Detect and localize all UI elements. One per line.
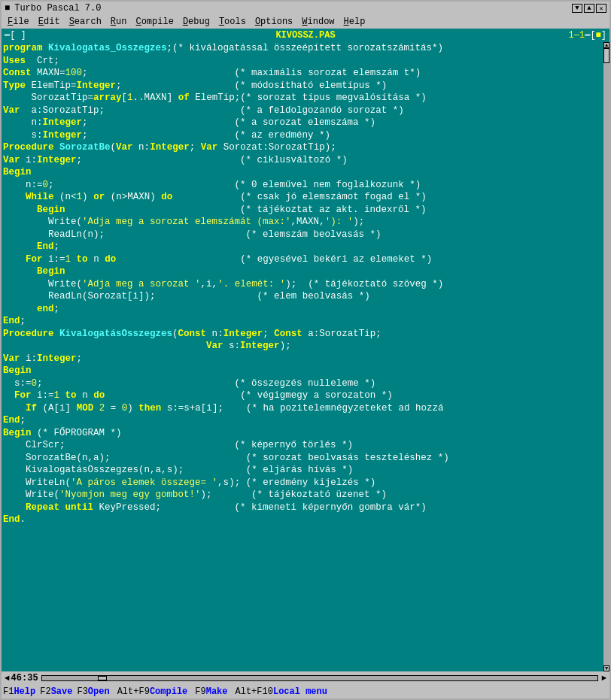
scroll-down-arrow[interactable]: ▼: [603, 665, 609, 671]
fn3-label: Open: [88, 686, 110, 697]
window-title: Turbo Pascal 7.0: [14, 3, 101, 14]
menu-search[interactable]: Search: [65, 16, 106, 28]
scroll-track[interactable]: [603, 48, 609, 665]
altf10-item[interactable]: Alt+F10 Local menu: [236, 686, 327, 697]
altf9-item[interactable]: Alt+F9 Compile: [117, 686, 188, 697]
menu-help[interactable]: Help: [339, 16, 370, 28]
fn2-key: F2: [40, 686, 50, 697]
close-button[interactable]: ✕: [596, 4, 606, 13]
fn9-item[interactable]: F9 Make: [195, 686, 227, 697]
scroll-right-arrow[interactable]: ►: [601, 674, 606, 683]
title-bar-controls: ▼ ▲ ✕: [572, 4, 606, 13]
vertical-scrollbar[interactable]: ▲ ▼: [603, 42, 609, 671]
h-scroll-thumb[interactable]: [98, 676, 107, 680]
altf9-key: Alt+F9: [117, 686, 150, 697]
menu-bar: File Edit Search Run Compile Debug Tools…: [2, 15, 609, 29]
title-bar: ■ Turbo Pascal 7.0 ▼ ▲ ✕: [2, 2, 609, 15]
fn-bar: F1 Help F2 Save F3 Open Alt+F9 Compile F…: [2, 685, 609, 698]
cursor-position: 46:35: [11, 673, 38, 683]
fn2-item[interactable]: F2 Save: [40, 686, 72, 697]
fn2-label: Save: [51, 686, 73, 697]
menu-edit[interactable]: Edit: [34, 16, 65, 28]
fn3-item[interactable]: F3 Open: [77, 686, 109, 697]
fn3-key: F3: [77, 686, 87, 697]
minimize-button[interactable]: ▼: [572, 4, 582, 13]
status-scroll-area: ◄ 46:35 ►: [5, 673, 606, 683]
main-window: ■ Turbo Pascal 7.0 ▼ ▲ ✕ File Edit Searc…: [0, 0, 611, 700]
menu-file[interactable]: File: [3, 16, 34, 28]
scroll-thumb[interactable]: [603, 48, 609, 63]
menu-debug[interactable]: Debug: [178, 16, 214, 28]
menu-run[interactable]: Run: [106, 16, 132, 28]
fn9-label: Make: [206, 686, 228, 697]
horizontal-scrollbar[interactable]: [41, 675, 599, 681]
editor-area[interactable]: program Kivalogatas_Osszegzes;(* kiválog…: [2, 42, 609, 671]
fn9-key: F9: [195, 686, 205, 697]
tab-left-bracket: ═[ ]: [5, 30, 26, 41]
tab-bar: ═[ ] KIVOSSZ.PAS 1─1═[■]: [2, 29, 609, 42]
fn1-label: Help: [14, 686, 35, 697]
menu-compile[interactable]: Compile: [131, 16, 178, 28]
fn1-item[interactable]: F1 Help: [3, 686, 35, 697]
restore-button[interactable]: ▲: [584, 4, 594, 13]
tab-filename[interactable]: KIVOSSZ.PAS: [275, 30, 335, 41]
title-bar-left: ■ Turbo Pascal 7.0: [5, 3, 101, 14]
altf9-label: Compile: [150, 686, 187, 697]
tab-position: 1─1═[■]: [569, 30, 606, 41]
menu-options[interactable]: Options: [251, 16, 297, 28]
app-icon: ■: [5, 3, 10, 14]
altf10-label: Local menu: [273, 686, 327, 697]
code-content[interactable]: program Kivalogatas_Osszegzes;(* kiválog…: [2, 42, 603, 671]
fn1-key: F1: [3, 686, 14, 697]
scroll-left-arrow[interactable]: ◄: [5, 674, 10, 683]
menu-window[interactable]: Window: [297, 16, 339, 28]
status-bar: ◄ 46:35 ►: [2, 671, 609, 685]
scroll-up-arrow[interactable]: ▲: [603, 42, 609, 48]
menu-tools[interactable]: Tools: [214, 16, 251, 28]
altf10-key: Alt+F10: [236, 686, 273, 697]
